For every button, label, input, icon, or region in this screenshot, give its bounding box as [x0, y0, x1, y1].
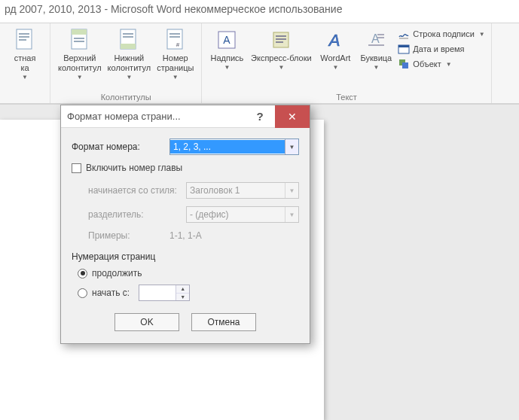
- footer-icon: [117, 28, 141, 52]
- svg-rect-1: [19, 33, 29, 35]
- svg-rect-7: [74, 41, 84, 42]
- svg-rect-20: [276, 38, 286, 40]
- svg-rect-9: [121, 44, 136, 49]
- continue-radio[interactable]: продолжить: [78, 268, 299, 278]
- svg-rect-29: [398, 45, 409, 47]
- start-at-spinner[interactable]: ▲ ▼: [139, 285, 190, 301]
- number-format-combo[interactable]: 1, 2, 3, ... ▼: [169, 138, 299, 155]
- svg-text:A: A: [328, 31, 340, 50]
- ok-button[interactable]: OK: [114, 313, 179, 331]
- chevron-down-icon: ▼: [172, 74, 179, 81]
- ribbon: стная ка ▼ Верхний колонтитул ▼: [0, 23, 519, 104]
- date-time-button[interactable]: Дата и время: [398, 43, 484, 55]
- start-at-radio[interactable]: начать с: ▲ ▼: [78, 285, 299, 301]
- svg-rect-24: [377, 34, 384, 35]
- textbox-icon: A: [215, 28, 239, 52]
- include-chapter-checkbox[interactable]: Включить номер главы: [72, 163, 299, 173]
- page-icon: [13, 28, 37, 52]
- svg-text:A: A: [224, 34, 231, 46]
- chevron-down-icon: ▼: [285, 139, 298, 154]
- page-number-format-dialog: Формат номера страни... ? ✕ Формат номер…: [60, 105, 310, 344]
- chevron-down-icon: ▼: [373, 64, 379, 71]
- chevron-down-icon: ▼: [224, 64, 230, 71]
- chevron-down-icon: ▼: [77, 74, 83, 81]
- svg-rect-13: [169, 33, 180, 35]
- examples-value: 1-1, 1-A: [169, 230, 202, 241]
- svg-rect-2: [19, 36, 29, 38]
- svg-rect-21: [276, 41, 283, 43]
- dropcap-button[interactable]: A Буквица ▼: [356, 25, 396, 71]
- quick-parts-button[interactable]: Экспресс-блоки ▼: [247, 25, 315, 71]
- object-icon: [398, 58, 410, 70]
- svg-rect-3: [19, 39, 26, 41]
- number-format-label: Формат номера:: [72, 142, 169, 152]
- spinner-up-icon[interactable]: ▲: [176, 285, 189, 294]
- group-header-footer-label: Колонтитулы: [55, 93, 197, 103]
- checkbox-icon: [72, 163, 81, 173]
- signature-icon: [398, 28, 410, 40]
- header-button[interactable]: Верхний колонтитул ▼: [55, 25, 105, 81]
- calendar-icon: [398, 43, 410, 55]
- chevron-down-icon: ▼: [285, 207, 298, 222]
- textbox-button[interactable]: A Надпись ▼: [206, 25, 247, 71]
- svg-rect-5: [72, 29, 87, 35]
- close-icon: ✕: [288, 111, 297, 123]
- separator-combo: - (дефис) ▼: [186, 206, 299, 223]
- header-icon: [68, 28, 92, 52]
- chapter-style-label: начинается со стиля:: [88, 185, 186, 196]
- footer-button[interactable]: Нижний колонтитул ▼: [105, 25, 154, 81]
- radio-off-icon: [78, 288, 87, 298]
- dialog-titlebar: Формат номера страни... ? ✕: [61, 105, 310, 128]
- start-at-input[interactable]: [139, 285, 176, 300]
- group-text-label: Текст: [206, 93, 486, 103]
- wordart-button[interactable]: A WordArt ▼: [315, 25, 356, 71]
- examples-label: Примеры:: [88, 230, 169, 241]
- dialog-title: Формат номера страни...: [61, 111, 245, 122]
- chevron-down-icon: ▼: [446, 61, 452, 68]
- wordart-icon: A: [323, 28, 347, 52]
- svg-rect-11: [123, 36, 133, 38]
- chevron-down-icon: ▼: [126, 74, 132, 81]
- chevron-down-icon: ▼: [479, 31, 485, 38]
- close-button[interactable]: ✕: [275, 105, 310, 128]
- chevron-down-icon: ▼: [285, 183, 298, 198]
- svg-text:#: #: [176, 41, 180, 48]
- chevron-down-icon: ▼: [278, 64, 284, 71]
- svg-rect-10: [123, 33, 133, 35]
- ribbon-fragment-button[interactable]: стная ка ▼: [5, 25, 45, 81]
- svg-rect-25: [377, 37, 384, 38]
- spinner-down-icon[interactable]: ▼: [176, 294, 189, 301]
- document-area: Формат номера страни... ? ✕ Формат номер…: [0, 104, 519, 420]
- separator-label: разделитель:: [88, 209, 186, 220]
- chevron-down-icon: ▼: [332, 64, 338, 71]
- dropcap-icon: A: [364, 28, 388, 52]
- page-number-button[interactable]: # Номер страницы ▼: [154, 25, 197, 81]
- signature-line-button[interactable]: Строка подписи ▼: [398, 28, 484, 40]
- window-title: рд 2007, 2010, 2013 - Microsoft Word нек…: [5, 3, 342, 15]
- chevron-down-icon: ▼: [22, 74, 28, 81]
- svg-rect-14: [169, 36, 180, 38]
- svg-rect-6: [74, 38, 84, 39]
- object-button[interactable]: Объект ▼: [398, 58, 484, 70]
- radio-on-icon: [78, 269, 87, 278]
- svg-rect-12: [167, 29, 182, 49]
- page-number-icon: #: [163, 28, 188, 52]
- chapter-style-combo: Заголовок 1 ▼: [186, 182, 299, 199]
- cancel-button[interactable]: Отмена: [191, 313, 256, 331]
- svg-rect-31: [402, 62, 408, 68]
- svg-rect-19: [276, 35, 286, 37]
- page-numbering-section-label: Нумерация страниц: [72, 251, 299, 262]
- help-button[interactable]: ?: [245, 105, 275, 128]
- quick-parts-icon: [269, 28, 293, 52]
- svg-rect-26: [368, 44, 384, 46]
- window-title-bar: рд 2007, 2010, 2013 - Microsoft Word нек…: [0, 0, 519, 23]
